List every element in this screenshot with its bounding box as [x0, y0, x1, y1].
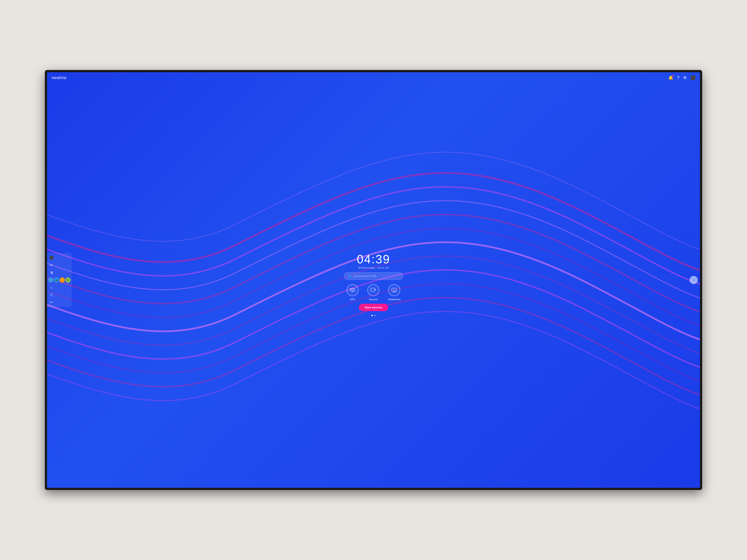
help-icon[interactable]: ? — [677, 75, 679, 80]
search-placeholder: Input keyword or URL — [353, 275, 377, 277]
wall: newline 🔔 ? ⚙ ⬛ ⬛ ✏ 🖥 🌐 📺 🟠 ✦ — [0, 0, 747, 560]
tv-frame: newline 🔔 ? ⚙ ⬛ ⬛ ✏ 🖥 🌐 📺 🟠 ✦ — [45, 70, 702, 490]
header-icons: 🔔 ? ⚙ ⬛ — [668, 75, 695, 80]
pagination-dots — [371, 315, 376, 316]
svg-rect-1 — [351, 289, 352, 290]
shortcut-app3[interactable]: 🟠 — [60, 277, 65, 283]
save-session-button[interactable]: Save session — [359, 304, 388, 311]
svg-rect-0 — [350, 289, 355, 291]
app-sources[interactable]: Sources — [367, 284, 379, 301]
shortcut-browser[interactable]: 🌐 — [48, 277, 53, 283]
sidebar-back-icon[interactable]: ↩ — [48, 299, 55, 305]
sources-icon-circle — [367, 284, 379, 296]
center-content: 04:39 Wednesday, June.08 🌐 Input keyword… — [47, 82, 700, 488]
brand-logo: newline — [52, 75, 67, 80]
sidebar-home-icon[interactable]: ⌂ — [48, 284, 55, 291]
whiteboard-label: Whiteboard — [388, 298, 401, 301]
exit-icon[interactable]: ⬛ — [691, 75, 695, 80]
sidebar-edit-icon[interactable]: ✏ — [48, 262, 55, 268]
ops-icon-circle — [346, 284, 359, 296]
clock-time: 04:39 — [357, 254, 390, 265]
sidebar-window-icon[interactable]: ⬡ — [48, 292, 55, 298]
left-sidebar: ⬛ ✏ 🖥 🌐 📺 🟠 ✦ ⌂ ⬡ ↩ — [47, 253, 72, 307]
bell-icon[interactable]: 🔔 — [668, 75, 673, 80]
pagination-dot-1[interactable] — [371, 315, 373, 316]
clock-date: Wednesday, June.08 — [357, 266, 390, 269]
app-ops[interactable]: OPS — [346, 284, 359, 301]
sources-label: Sources — [369, 298, 378, 301]
svg-rect-8 — [392, 288, 397, 292]
app-whiteboard[interactable]: Whiteboard — [388, 284, 401, 301]
whiteboard-icon-circle — [388, 284, 400, 296]
shortcut-app2[interactable]: 📺 — [54, 277, 59, 283]
ops-label: OPS — [350, 298, 355, 301]
apps-row: OPS Sources — [346, 284, 401, 301]
search-globe-icon: 🌐 — [348, 274, 352, 278]
clock-display: 04:39 Wednesday, June.08 — [357, 254, 390, 269]
search-bar[interactable]: 🌐 Input keyword or URL — [344, 272, 403, 280]
svg-rect-6 — [371, 288, 375, 291]
sidebar-display-icon[interactable]: ⬛ — [48, 255, 55, 261]
pagination-dot-2[interactable] — [374, 315, 376, 316]
sidebar-monitor-icon[interactable]: 🖥 — [48, 269, 55, 276]
tv-screen: newline 🔔 ? ⚙ ⬛ ⬛ ✏ 🖥 🌐 📺 🟠 ✦ — [47, 72, 700, 488]
right-circle-button[interactable]: ● — [690, 276, 698, 284]
shortcut-app4[interactable]: ✦ — [66, 277, 71, 283]
settings-icon[interactable]: ⚙ — [683, 75, 687, 80]
header: newline 🔔 ? ⚙ ⬛ — [47, 72, 700, 82]
